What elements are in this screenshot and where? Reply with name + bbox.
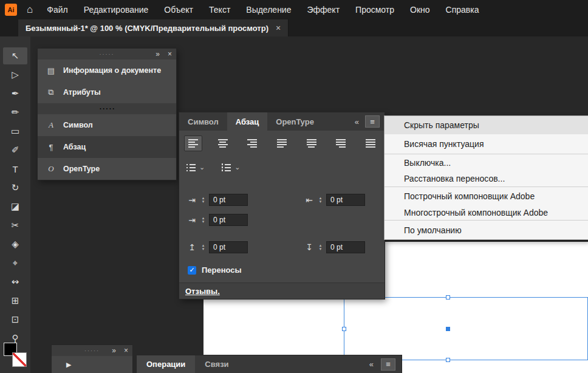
- panel-menu-icon[interactable]: ≡: [381, 358, 395, 371]
- tab-actions[interactable]: Операции: [137, 355, 195, 373]
- spin-down-icon[interactable]: ▾: [200, 220, 206, 224]
- menu-help[interactable]: Справка: [438, 0, 487, 19]
- first-line-indent-field[interactable]: [209, 214, 248, 226]
- justify-last-left-icon: [277, 139, 287, 148]
- panel-header[interactable]: ····· » ×: [38, 49, 176, 60]
- flyout-reset-defaults[interactable]: По умолчанию: [385, 221, 588, 239]
- menu-effect[interactable]: Эффект: [299, 0, 347, 19]
- flyout-hide-options[interactable]: Скрыть параметры: [385, 116, 588, 134]
- flyout-hanging-punctuation[interactable]: Висячая пунктуация: [385, 134, 588, 154]
- menu-object[interactable]: Объект: [156, 0, 201, 19]
- spin-down-icon[interactable]: ▾: [200, 200, 206, 204]
- chevron-down-icon: ⌄: [199, 163, 205, 171]
- first-line-indent-stepper[interactable]: ▴▾: [200, 216, 206, 224]
- space-after-stepper[interactable]: ▴▾: [318, 244, 323, 251]
- bullet-list-dropdown[interactable]: ⌄: [186, 163, 205, 171]
- panel-item-document-info[interactable]: ▤ Информация о документе: [38, 60, 176, 81]
- panel-item-opentype[interactable]: O OpenType: [38, 158, 176, 180]
- menu-select[interactable]: Выделение: [238, 0, 299, 19]
- tab-opentype[interactable]: OpenType: [267, 112, 323, 131]
- align-left-button[interactable]: [184, 135, 202, 151]
- rotate-tool[interactable]: ↻: [3, 179, 27, 196]
- space-before-field[interactable]: [209, 241, 248, 253]
- fill-stroke-control[interactable]: [2, 341, 29, 371]
- menu-edit[interactable]: Редактирование: [76, 0, 157, 19]
- hyphenate-checkbox[interactable]: ✓: [188, 266, 196, 275]
- space-after-field[interactable]: [326, 241, 365, 253]
- document-tab[interactable]: Безымянный-1* @ 100 % (CMYK/Предваритель…: [18, 19, 289, 36]
- selection-tool[interactable]: ↖: [3, 47, 27, 64]
- rectangle-tool[interactable]: ▭: [3, 123, 27, 140]
- hyphenate-control[interactable]: ✓ Переносы: [188, 265, 242, 275]
- panel-header[interactable]: ····· » ×: [52, 345, 132, 356]
- panel-item-attributes[interactable]: ⧉ Атрибуты: [38, 81, 176, 103]
- flyout-single-line-composer[interactable]: Построчный компоновщик Adobe: [385, 187, 588, 205]
- tab-links[interactable]: Связи: [195, 355, 238, 373]
- selection-handle[interactable]: [446, 295, 450, 299]
- illustrator-logo-icon[interactable]: Ai: [5, 4, 17, 16]
- flyout-justification[interactable]: Выключка...: [385, 154, 588, 171]
- artboard-tool[interactable]: ⊡: [3, 311, 27, 328]
- panel-stack-document-info: ····· » × ▤ Информация о документе ⧉ Атр…: [38, 49, 176, 180]
- close-panel-icon[interactable]: ×: [124, 346, 128, 355]
- justify-last-center-button[interactable]: [303, 135, 321, 151]
- collapse-to-icons-icon[interactable]: «: [369, 360, 374, 369]
- selection-handle[interactable]: [446, 358, 450, 362]
- stroke-color-none-swatch[interactable]: [12, 352, 27, 367]
- tools-panel: ····· ↖ ▷ ✒ ✏ ▭ ✐ T ↻ ◪ ✂ ◈ ⌖ ↭ ⊞ ⊡ ⚲: [0, 19, 30, 373]
- direct-selection-tool[interactable]: ▷: [3, 66, 27, 83]
- selection-bounding-box[interactable]: [344, 297, 588, 360]
- align-center-button[interactable]: [214, 135, 232, 151]
- right-indent-field[interactable]: [326, 194, 365, 206]
- flyout-hyphenation[interactable]: Расстановка переносов...: [385, 171, 588, 187]
- tab-character[interactable]: Символ: [179, 112, 227, 131]
- paintbrush-tool[interactable]: ✐: [3, 142, 27, 159]
- scissors-tool[interactable]: ✂: [3, 217, 27, 234]
- shape-builder-tool[interactable]: ◈: [3, 236, 27, 253]
- panel-group-divider[interactable]: ·····: [38, 103, 176, 114]
- selection-center-point[interactable]: [446, 327, 450, 331]
- panel-item-paragraph[interactable]: ¶ Абзац: [38, 136, 176, 158]
- space-before-control: ↥ ▴▾: [186, 241, 248, 253]
- play-action-icon[interactable]: ▶: [66, 361, 71, 369]
- align-right-button[interactable]: [243, 135, 261, 151]
- menu-window[interactable]: Окно: [402, 0, 438, 19]
- selection-handle[interactable]: [342, 327, 346, 331]
- actions-panel-row[interactable]: ▶: [52, 356, 132, 373]
- collapse-panel-icon[interactable]: »: [112, 346, 116, 355]
- feedback-link[interactable]: Отзывы.: [185, 287, 220, 296]
- tab-paragraph[interactable]: Абзац: [227, 112, 268, 131]
- mesh-tool[interactable]: ⊞: [3, 292, 27, 309]
- menu-type[interactable]: Текст: [201, 0, 238, 19]
- width-tool[interactable]: ↭: [3, 273, 27, 290]
- collapse-panel-icon[interactable]: »: [156, 50, 160, 58]
- collapse-to-icons-icon[interactable]: «: [355, 117, 359, 126]
- eraser-tool[interactable]: ◪: [3, 198, 27, 215]
- space-before-stepper[interactable]: ▴▾: [200, 244, 206, 251]
- spin-down-icon[interactable]: ▾: [200, 247, 206, 251]
- menu-file[interactable]: Файл: [39, 0, 75, 19]
- menu-view[interactable]: Просмотр: [347, 0, 402, 19]
- paragraph-icon: ¶: [46, 143, 56, 152]
- type-tool[interactable]: T: [3, 160, 27, 177]
- panel-menu-icon[interactable]: ≡: [365, 115, 380, 128]
- space-after-control: ↧ ▴▾: [304, 241, 365, 253]
- tab-close-icon[interactable]: ×: [276, 23, 281, 33]
- chevron-down-icon: ⌄: [234, 163, 240, 171]
- close-panel-icon[interactable]: ×: [168, 50, 172, 58]
- panel-item-character[interactable]: A Символ: [38, 114, 176, 136]
- spin-down-icon[interactable]: ▾: [318, 200, 323, 204]
- right-indent-stepper[interactable]: ▴▾: [318, 196, 323, 204]
- justify-last-right-button[interactable]: [332, 135, 350, 151]
- home-icon[interactable]: ⌂: [27, 4, 33, 16]
- left-indent-field[interactable]: [209, 194, 248, 206]
- pen-tool[interactable]: ✒: [3, 85, 27, 102]
- justify-last-left-button[interactable]: [273, 135, 291, 151]
- pencil-tool[interactable]: ✏: [3, 104, 27, 121]
- left-indent-stepper[interactable]: ▴▾: [200, 196, 206, 204]
- spin-down-icon[interactable]: ▾: [318, 247, 323, 251]
- numbered-list-dropdown[interactable]: ⌄: [222, 163, 240, 171]
- eyedropper-tool[interactable]: ⌖: [3, 255, 27, 272]
- flyout-every-line-composer[interactable]: Многострочный компоновщик Adobe: [385, 205, 588, 220]
- justify-all-button[interactable]: [361, 135, 380, 151]
